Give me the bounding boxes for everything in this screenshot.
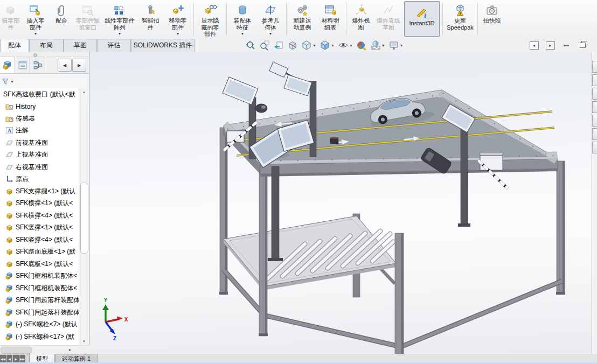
instant3d-button[interactable]: Instant3D: [404, 1, 440, 37]
tree-item[interactable]: SFK底板<1> (默认<: [0, 258, 80, 270]
dropdown-caret-icon[interactable]: ▼: [34, 31, 38, 36]
show-hidden-components-button[interactable]: 显示隐藏的零部件: [196, 0, 225, 38]
tree-item[interactable]: SFK支撑腿<1> (默认: [0, 185, 80, 198]
scrollbar-thumb[interactable]: [80, 183, 88, 254]
show-hidden-components-icon: [204, 3, 217, 17]
tree-item[interactable]: 上视基准面: [0, 149, 80, 162]
mate-button[interactable]: 配合: [50, 0, 73, 38]
task-pane-tab[interactable]: [592, 61, 597, 73]
feature-manager-tab[interactable]: [0, 57, 15, 73]
tree-item[interactable]: SFK横撑<4> (默认<: [0, 209, 80, 222]
bill-of-materials-button[interactable]: 材料明细表: [316, 0, 344, 38]
splitter-handle-icon[interactable]: [33, 53, 37, 57]
dropdown-caret-icon[interactable]: ▼: [331, 44, 335, 47]
scroll-first-tab-button[interactable]: ◀◀: [0, 355, 6, 362]
reference-geometry-button[interactable]: 参考几何体 ▼: [256, 0, 284, 38]
tree-item[interactable]: SFK竖撑<4> (默认<: [0, 234, 80, 246]
task-pane-tab[interactable]: [592, 88, 597, 100]
linear-pattern-button[interactable]: 线性零部件阵列 ▼: [102, 0, 137, 38]
restore-button[interactable]: [577, 40, 588, 50]
scroll-right-icon[interactable]: ▸: [66, 346, 74, 353]
section-view-button[interactable]: [286, 40, 300, 51]
hide-show-items-icon: [338, 40, 349, 51]
dropdown-caret-icon[interactable]: ▼: [10, 80, 14, 83]
dropdown-caret-icon[interactable]: ▼: [176, 31, 180, 36]
update-speedpak-button[interactable]: 更新 Speedpak: [445, 0, 476, 38]
edit-appearance-button[interactable]: [355, 40, 369, 51]
view-settings-button[interactable]: ▼: [387, 40, 405, 51]
document-tab-bar: ◀◀ ◀ ▶ ▶▶ 模型 运动算例 1: [0, 354, 597, 363]
tree-item[interactable]: SFK竖撑<1> (默认<: [0, 222, 80, 234]
display-style-button[interactable]: ▼: [318, 40, 336, 51]
tab-sketch[interactable]: 草图: [64, 39, 97, 52]
take-snapshot-button[interactable]: 拍快照: [480, 0, 504, 38]
scrollbar-thumb[interactable]: [1, 347, 32, 354]
tree-item[interactable]: SFK门闸起落杆装配体: [0, 295, 80, 307]
task-pane-tab[interactable]: [592, 115, 597, 127]
scroll-down-icon[interactable]: ▼: [79, 338, 89, 345]
task-pane-tab[interactable]: [592, 74, 597, 86]
exploded-view-button[interactable]: 爆炸视图: [348, 0, 374, 38]
plane-icon: [5, 151, 13, 159]
zoom-to-area-button[interactable]: [258, 40, 272, 51]
hide-show-items-button[interactable]: ▼: [336, 40, 355, 51]
scroll-left-tab-button[interactable]: ◀: [6, 355, 12, 362]
scroll-up-icon[interactable]: ▲: [79, 88, 89, 96]
tree-item[interactable]: 注解: [0, 125, 80, 137]
tree-item[interactable]: (-) SFK螺栓<17> (默: [0, 331, 80, 343]
tree-item[interactable]: SFK路面底板<1> (默: [0, 246, 80, 258]
dropdown-caret-icon[interactable]: ▼: [400, 44, 404, 47]
scroll-right-tab-button[interactable]: ▶: [13, 355, 19, 362]
move-component-button[interactable]: 移动零部件 ▼: [164, 0, 192, 38]
panel-scroll-right-button[interactable]: ▶: [72, 59, 86, 72]
smart-fasteners-button[interactable]: 智能扣件: [137, 0, 164, 38]
dropdown-caret-icon[interactable]: ▼: [118, 31, 122, 36]
dropdown-caret-icon[interactable]: ▼: [241, 31, 245, 36]
tree-item[interactable]: SFK门框相机装配体<: [0, 282, 80, 295]
model-3d-view[interactable]: Y X Z: [90, 52, 592, 354]
tree-item[interactable]: SFK门闸起落杆装配体: [0, 306, 80, 319]
apply-scene-button[interactable]: ▼: [369, 40, 387, 51]
previous-view-button[interactable]: [272, 40, 286, 51]
tree-item[interactable]: History: [0, 101, 80, 113]
minimize-button[interactable]: [560, 40, 572, 50]
pane-previous-button[interactable]: ◂: [528, 40, 540, 50]
dropdown-caret-icon[interactable]: ▼: [313, 44, 316, 47]
dropdown-caret-icon[interactable]: ▼: [349, 44, 353, 47]
panel-splitter[interactable]: [0, 52, 89, 57]
tab-solidworks-addins[interactable]: SOLIDWORKS 插件: [131, 39, 195, 52]
task-pane-tab[interactable]: [592, 142, 597, 153]
tree-item[interactable]: SFK横撑<1> (默认<: [0, 198, 80, 210]
tree-vertical-scrollbar[interactable]: ▲ ▼: [79, 88, 89, 345]
new-motion-study-button[interactable]: 新建运动算例: [288, 0, 316, 38]
tab-assembly[interactable]: 配体: [0, 39, 29, 52]
tab-layout[interactable]: 布局: [29, 39, 64, 52]
tree-item[interactable]: 右视基准面: [0, 161, 80, 173]
tree-item-root[interactable]: SFK高速收费口 (默认<默: [0, 88, 80, 101]
model-tab[interactable]: 模型: [29, 354, 55, 363]
zoom-to-fit-button[interactable]: [244, 40, 258, 51]
dropdown-caret-icon[interactable]: ▼: [381, 44, 385, 47]
task-pane-tab[interactable]: [592, 128, 597, 140]
tree-item[interactable]: 原点: [0, 173, 80, 186]
filter-icon[interactable]: [2, 78, 9, 85]
assembly-features-button[interactable]: 装配体特征 ▼: [228, 0, 256, 38]
dropdown-caret-icon[interactable]: ▼: [269, 31, 273, 36]
property-manager-tab[interactable]: [15, 57, 30, 73]
tree-item[interactable]: 传感器: [0, 113, 80, 125]
tab-evaluate[interactable]: 评估: [97, 39, 131, 52]
task-pane-tab[interactable]: [592, 101, 597, 113]
tree-horizontal-scrollbar[interactable]: ▸: [0, 345, 89, 354]
close-button[interactable]: ×: [593, 40, 597, 50]
view-orientation-button[interactable]: ▼: [300, 40, 318, 51]
insert-component-button[interactable]: 插入零部件 ▼: [22, 0, 50, 38]
tree-item[interactable]: SFK门框相机装配体<: [0, 270, 80, 283]
tree-item[interactable]: (-) SFK螺栓<7> (默认: [0, 319, 80, 331]
configuration-manager-tab[interactable]: [30, 57, 45, 73]
graphics-area[interactable]: Y X Z: [90, 52, 592, 354]
pane-next-button[interactable]: ▸: [544, 40, 556, 50]
panel-scroll-left-button[interactable]: ◀: [58, 59, 72, 72]
scroll-last-tab-button[interactable]: ▶▶: [19, 355, 25, 362]
motion-study-tab[interactable]: 运动算例 1: [55, 354, 98, 363]
tree-item[interactable]: 前视基准面: [0, 137, 80, 149]
